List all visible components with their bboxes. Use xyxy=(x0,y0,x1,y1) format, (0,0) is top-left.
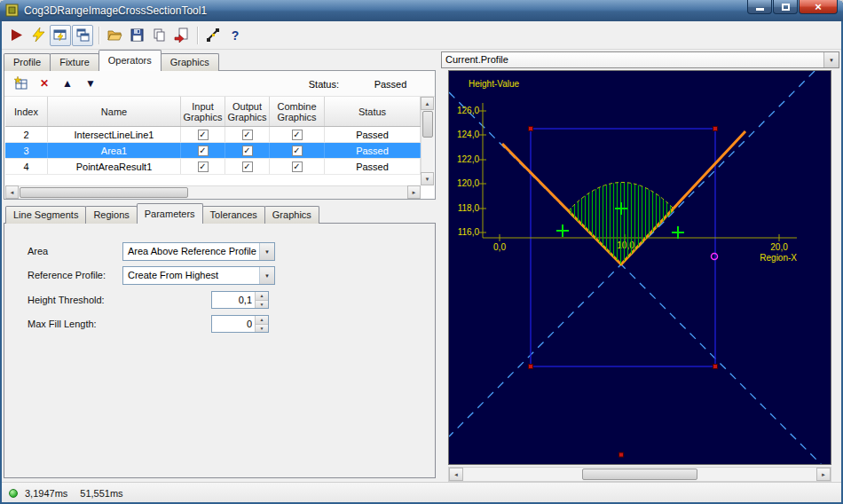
electric-run-button[interactable] xyxy=(28,25,49,46)
scroll-down-button[interactable]: ▼ xyxy=(421,172,434,185)
cell-status: Passed xyxy=(325,127,421,142)
tab-operators[interactable]: Operators xyxy=(98,50,162,71)
run-button[interactable] xyxy=(5,25,27,46)
spin-up-icon[interactable]: ▲ xyxy=(256,316,268,325)
scroll-left-icon: ◄ xyxy=(10,190,15,195)
plot-horizontal-scrollbar[interactable]: ◄ ► xyxy=(448,467,831,482)
run-icon xyxy=(9,28,24,43)
table-row[interactable]: 4 PointAreaResult1 ✓ ✓ ✓ Passed xyxy=(5,159,421,175)
corner-handle-bottom-right[interactable] xyxy=(713,365,718,369)
x-tick-label: 0,0 xyxy=(493,242,506,252)
record-select[interactable]: Current.Profile ▼ xyxy=(441,51,839,68)
profile-plot-canvas[interactable]: Height-Value 126,0 124,0 122,0 120,0 118… xyxy=(449,71,831,464)
corner-handle-top-right[interactable] xyxy=(713,127,718,131)
move-up-button[interactable]: ▲ xyxy=(58,74,77,93)
table-row-selected[interactable]: 3 Area1 ✓ ✓ ✓ Passed xyxy=(5,143,421,159)
column-name[interactable]: Name xyxy=(48,97,181,126)
scroll-left-button[interactable]: ◄ xyxy=(449,468,463,481)
spin-down-icon[interactable]: ▼ xyxy=(256,325,268,333)
table-horizontal-scrollbar[interactable]: ◄ ► xyxy=(5,185,421,199)
column-output-graphics[interactable]: Output Graphics xyxy=(225,97,270,126)
scroll-thumb[interactable] xyxy=(582,469,697,480)
table-row[interactable]: 2 IntersectLineLine1 ✓ ✓ ✓ Passed xyxy=(5,127,421,143)
new-grid-icon xyxy=(14,76,28,91)
save-button[interactable] xyxy=(126,25,147,46)
electric-tool-toggle[interactable] xyxy=(50,25,71,46)
dropdown-arrow-icon[interactable]: ▼ xyxy=(259,267,274,284)
probe-tool-button[interactable] xyxy=(202,25,224,46)
copy-button[interactable] xyxy=(148,25,169,46)
height-threshold-field[interactable]: ▲ ▼ xyxy=(211,291,269,309)
area-select[interactable]: Area Above Reference Profile ▼ xyxy=(122,242,275,261)
handle-bottom-center[interactable] xyxy=(619,453,624,457)
output-graphics-checkbox[interactable]: ✓ xyxy=(225,143,270,158)
scroll-right-button[interactable]: ► xyxy=(816,468,831,481)
corner-handle-bottom-left[interactable] xyxy=(529,365,533,369)
up-arrow-icon: ▲ xyxy=(62,77,73,90)
import-button[interactable] xyxy=(170,25,192,46)
table-vertical-scrollbar[interactable]: ▲ ▼ xyxy=(421,97,434,185)
titlebar[interactable]: Cog3DRangeImageCrossSectionTool1 × xyxy=(0,0,843,21)
x-tick-label: 20,0 xyxy=(770,242,788,252)
checkbox-checked-icon: ✓ xyxy=(198,161,209,172)
input-graphics-checkbox[interactable]: ✓ xyxy=(181,127,225,142)
help-button[interactable]: ? xyxy=(225,25,246,46)
app-icon xyxy=(5,4,20,18)
y-tick-label: 122,0 xyxy=(457,154,479,164)
tab-fixture[interactable]: Fixture xyxy=(50,53,99,71)
column-input-graphics[interactable]: Input Graphics xyxy=(181,97,225,126)
tab-regions[interactable]: Regions xyxy=(85,206,137,224)
add-operator-button[interactable] xyxy=(12,74,31,93)
tab-graphics[interactable]: Graphics xyxy=(161,53,219,71)
column-status[interactable]: Status xyxy=(325,97,421,126)
checkbox-checked-icon: ✓ xyxy=(198,130,209,140)
input-graphics-checkbox[interactable]: ✓ xyxy=(181,159,225,174)
output-graphics-checkbox[interactable]: ✓ xyxy=(225,127,270,142)
scroll-up-button[interactable]: ▲ xyxy=(421,97,434,110)
scroll-thumb[interactable] xyxy=(422,111,433,138)
spin-down-icon[interactable]: ▼ xyxy=(256,301,268,309)
close-button[interactable]: × xyxy=(799,0,838,14)
move-down-button[interactable]: ▼ xyxy=(81,74,100,93)
open-button[interactable] xyxy=(104,25,125,46)
spin-up-icon[interactable]: ▲ xyxy=(256,292,268,301)
corner-handle-top-left[interactable] xyxy=(529,127,533,131)
import-icon xyxy=(174,28,189,43)
help-icon: ? xyxy=(232,28,240,43)
cell-index: 4 xyxy=(5,159,48,174)
main-toolbar: ? xyxy=(0,21,843,50)
height-threshold-input[interactable] xyxy=(212,292,255,308)
delete-operator-button[interactable]: ✕ xyxy=(35,74,54,93)
output-graphics-checkbox[interactable]: ✓ xyxy=(225,159,270,174)
minimize-button[interactable] xyxy=(747,0,772,14)
scroll-left-button[interactable]: ◄ xyxy=(5,185,19,199)
column-index[interactable]: Index xyxy=(5,97,48,126)
scroll-thumb[interactable] xyxy=(20,187,188,198)
dropdown-arrow-icon[interactable]: ▼ xyxy=(259,243,274,260)
profile-plot[interactable]: Height-Value 126,0 124,0 122,0 120,0 118… xyxy=(448,70,831,465)
dropdown-arrow-icon[interactable]: ▼ xyxy=(823,52,839,67)
new-tool-window-button[interactable] xyxy=(72,25,93,46)
scroll-right-button[interactable]: ► xyxy=(407,185,421,199)
max-fill-length-field[interactable]: ▲ ▼ xyxy=(211,315,269,333)
input-graphics-checkbox[interactable]: ✓ xyxy=(181,143,225,158)
y-tick-label: 116,0 xyxy=(458,227,480,237)
maximize-button[interactable] xyxy=(773,0,798,14)
column-combine-graphics[interactable]: Combine Graphics xyxy=(270,97,325,126)
tab-tolerances[interactable]: Tolerances xyxy=(202,206,265,224)
combine-graphics-checkbox[interactable]: ✓ xyxy=(270,159,325,174)
reference-profile-select[interactable]: Create From Highest ▼ xyxy=(122,266,275,285)
close-icon: × xyxy=(815,1,822,13)
combine-graphics-checkbox[interactable]: ✓ xyxy=(270,127,325,142)
cell-name: Area1 xyxy=(48,143,181,158)
profile-display-panel: Current.Profile ▼ xyxy=(441,51,839,483)
tab-parameters[interactable]: Parameters xyxy=(137,203,203,224)
tab-line-segments[interactable]: Line Segments xyxy=(5,206,86,224)
max-fill-length-input[interactable] xyxy=(212,316,255,332)
combine-graphics-checkbox[interactable]: ✓ xyxy=(270,143,325,158)
tab-graphics-sub[interactable]: Graphics xyxy=(264,206,319,224)
tab-profile[interactable]: Profile xyxy=(4,53,51,71)
max-fill-length-label: Max Fill Length: xyxy=(28,319,97,329)
main-tabstrip: Profile Fixture Operators Graphics xyxy=(4,50,218,71)
delete-icon: ✕ xyxy=(40,77,49,90)
